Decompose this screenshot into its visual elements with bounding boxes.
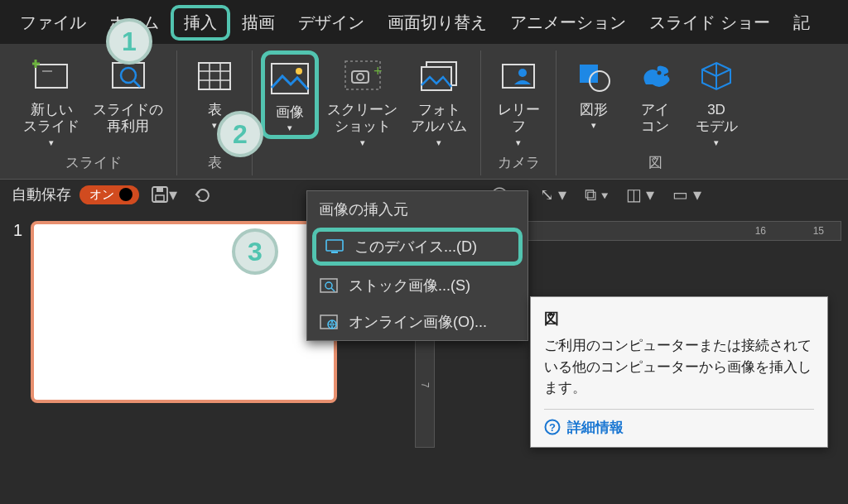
- ruler-tick: 15: [813, 225, 824, 237]
- dropdown-this-device[interactable]: このデバイス...(D): [312, 228, 523, 266]
- svg-point-5: [121, 68, 136, 83]
- menu-insert[interactable]: 挿入: [171, 5, 230, 41]
- ribbon-group-illustrations: 図形 ▾ アイ コン 3D モデル ▾ 図: [556, 50, 754, 175]
- ribbon-group-camera-label: カメラ: [498, 150, 540, 175]
- chevron-down-icon: ▾: [212, 120, 217, 131]
- slide-thumbnail[interactable]: [31, 221, 337, 403]
- menu-transitions[interactable]: 画面切り替え: [376, 7, 499, 39]
- slide-thumb-number: 1: [13, 221, 22, 446]
- qat-line-icon[interactable]: ⤡ ▾: [537, 185, 571, 204]
- chevron-down-icon: ▾: [591, 120, 596, 131]
- icons-icon: [636, 54, 674, 98]
- screenshot-button[interactable]: + スクリーン ショット ▾: [322, 50, 402, 151]
- svg-point-24: [658, 71, 662, 75]
- tooltip-body: ご利用のコンピューターまたは接続されている他のコンピューターから画像を挿入します…: [544, 335, 814, 399]
- icons-button[interactable]: アイ コン: [626, 50, 684, 139]
- svg-point-16: [357, 74, 364, 80]
- new-slide-icon: [32, 54, 70, 98]
- dropdown-header: 画像の挿入元: [307, 191, 528, 226]
- new-slide-button[interactable]: 新しい スライド ▾: [18, 50, 84, 151]
- picture-label: 画像: [276, 104, 304, 121]
- shapes-icon: [575, 54, 613, 98]
- photo-album-icon: [418, 54, 460, 98]
- chevron-down-icon: ▾: [287, 122, 292, 133]
- 3d-model-label: 3D モデル: [696, 102, 738, 136]
- svg-rect-22: [580, 65, 598, 83]
- menu-draw[interactable]: 描画: [230, 7, 287, 39]
- table-icon: [195, 54, 234, 98]
- ribbon-group-slide-label: スライド: [65, 150, 122, 175]
- save-icon[interactable]: ▾: [147, 185, 181, 204]
- photo-album-button[interactable]: フォト アルバム ▾: [406, 50, 472, 151]
- svg-rect-26: [156, 195, 164, 201]
- stock-icon: [319, 277, 339, 294]
- 3d-model-icon: [697, 54, 735, 98]
- ribbon-group-camera: レリー フ ▾ カメラ: [481, 50, 556, 175]
- tooltip-picture: 図 ご利用のコンピューターまたは接続されている他のコンピューターから画像を挿入し…: [530, 296, 828, 448]
- svg-text:?: ?: [549, 421, 556, 434]
- 3d-model-button[interactable]: 3D モデル ▾: [687, 50, 745, 151]
- photo-album-label: フォト アルバム: [411, 102, 467, 136]
- svg-rect-0: [36, 65, 67, 88]
- dropdown-stock-images[interactable]: ストック画像...(S): [307, 267, 528, 304]
- chevron-down-icon: ▾: [360, 137, 365, 148]
- screenshot-label: スクリーン ショット: [327, 102, 398, 136]
- svg-point-31: [325, 282, 332, 289]
- ruler-tick: 7: [419, 382, 431, 388]
- dropdown-item-label: このデバイス...(D): [354, 237, 477, 257]
- device-icon: [325, 238, 344, 255]
- dropdown-item-label: オンライン画像(O)...: [349, 312, 487, 332]
- menu-home[interactable]: ホーム: [98, 7, 171, 39]
- shapes-label: 図形: [580, 102, 608, 118]
- svg-text:+: +: [373, 63, 382, 79]
- shapes-button[interactable]: 図形 ▾: [565, 50, 623, 134]
- toggle-knob: [119, 188, 132, 201]
- chevron-down-icon: ▾: [49, 137, 54, 148]
- menu-file[interactable]: ファイル: [8, 7, 98, 39]
- cameo-icon: [499, 54, 537, 98]
- ribbon-group-table-label: 表: [208, 150, 222, 175]
- autosave-label: 自動保存: [12, 185, 71, 204]
- undo-icon[interactable]: [189, 185, 214, 204]
- menu-slideshow[interactable]: スライド ショー: [638, 7, 782, 39]
- svg-line-6: [134, 81, 140, 87]
- reuse-slide-label: スライドの 再利用: [93, 102, 163, 136]
- svg-rect-19: [422, 67, 451, 90]
- qat-misc1-icon[interactable]: ◫ ▾: [623, 185, 658, 204]
- menu-animations[interactable]: アニメーション: [499, 7, 638, 39]
- reuse-slide-icon: [109, 54, 147, 98]
- table-button[interactable]: 表 ▾: [186, 50, 243, 134]
- qat-arrange-icon[interactable]: ⧉ ▾: [581, 185, 611, 204]
- menu-design[interactable]: デザイン: [287, 7, 376, 39]
- ribbon-group-slide: 新しい スライド ▾ スライドの 再利用 スライド: [10, 50, 177, 175]
- picture-insert-dropdown: 画像の挿入元 このデバイス...(D) ストック画像...(S) オンライン画像…: [306, 190, 528, 341]
- ribbon-group-table: 表 ▾ 表: [177, 50, 253, 175]
- cameo-button[interactable]: レリー フ ▾: [489, 50, 547, 151]
- picture-icon: [269, 56, 311, 101]
- help-icon: ?: [544, 419, 561, 435]
- chevron-down-icon: ▾: [516, 137, 521, 148]
- picture-button[interactable]: 画像 ▾: [261, 50, 319, 139]
- chevron-down-icon: ▾: [714, 137, 719, 148]
- ribbon-group-images: 画像 ▾ + スクリーン ショット ▾ フォト アルバム ▾: [253, 50, 481, 175]
- svg-rect-27: [157, 188, 163, 192]
- table-label: 表: [208, 102, 222, 118]
- svg-rect-29: [331, 252, 338, 253]
- menu-record[interactable]: 記: [782, 7, 822, 39]
- svg-rect-28: [326, 240, 343, 251]
- icons-label: アイ コン: [641, 102, 669, 136]
- svg-rect-4: [113, 63, 144, 88]
- chevron-down-icon: ▾: [436, 137, 441, 148]
- autosave-toggle[interactable]: オン: [80, 185, 139, 204]
- svg-line-32: [331, 288, 335, 291]
- ribbon-group-illustrations-label: 図: [648, 150, 662, 175]
- autosave-state: オン: [89, 187, 114, 203]
- svg-rect-12: [272, 64, 308, 94]
- dropdown-online-pictures[interactable]: オンライン画像(O)...: [307, 304, 528, 340]
- online-icon: [319, 314, 339, 330]
- qat-misc2-icon[interactable]: ▭ ▾: [669, 185, 705, 204]
- reuse-slide-button[interactable]: スライドの 再利用: [88, 50, 168, 139]
- dropdown-item-label: ストック画像...(S): [349, 276, 470, 295]
- tooltip-more-info[interactable]: ? 詳細情報: [544, 409, 814, 437]
- svg-rect-30: [320, 279, 337, 292]
